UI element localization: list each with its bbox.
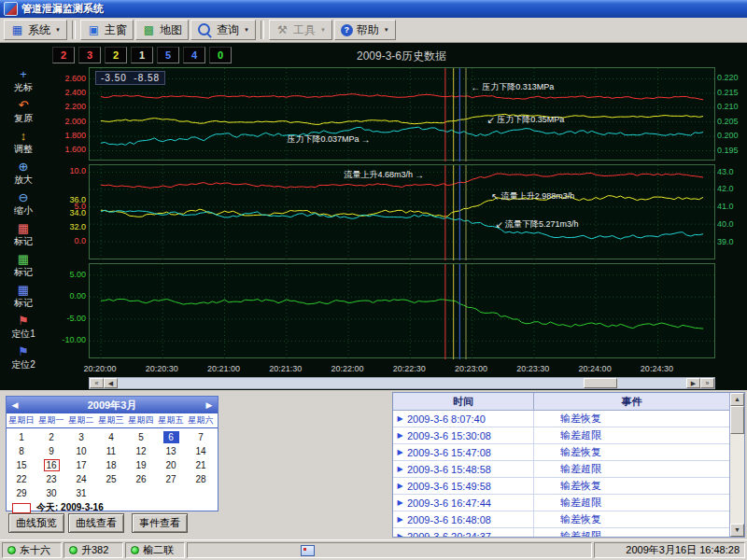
calendar-day-14[interactable]: 14	[186, 442, 216, 456]
calendar-day-1[interactable]: 1	[7, 428, 36, 442]
calendar-week-row: 293031	[7, 484, 218, 498]
calendar-day-18[interactable]: 18	[96, 456, 126, 470]
curve-preview-button[interactable]: 曲线预览	[8, 513, 64, 533]
toolbar-button-help[interactable]: ?帮助▼	[334, 20, 396, 40]
y-tick-label: 0.00	[69, 292, 86, 301]
toolbar-separator	[261, 21, 264, 39]
event-row[interactable]: ▶2009-3-6 8:07:40输差恢复	[393, 411, 729, 427]
event-row[interactable]: ▶2009-3-6 15:48:58输差超限	[393, 461, 729, 478]
calendar-day-26[interactable]: 26	[126, 470, 156, 484]
event-row[interactable]: ▶2009-3-6 16:48:08输差恢复	[393, 511, 729, 528]
toolbar-button-system[interactable]: ▦系统▼	[4, 20, 67, 40]
event-row[interactable]: ▶2009-3-6 15:47:08输差恢复	[393, 444, 729, 461]
toolbar-button-tools[interactable]: ⚒工具▼	[269, 20, 332, 40]
calendar-day-25[interactable]: 25	[96, 470, 126, 484]
calendar-day-15[interactable]: 15	[7, 456, 36, 470]
calendar-next-button[interactable]: ▶	[201, 400, 218, 410]
event-row[interactable]: ▶2009-3-6 15:30:08输差超限	[393, 427, 729, 444]
calendar-day-22[interactable]: 22	[7, 470, 36, 484]
scroll-down-icon[interactable]: ▼	[730, 524, 744, 537]
calendar-day-12[interactable]: 12	[126, 442, 156, 456]
flow-plot[interactable]: 流量上升4.68m3/h→↖流量上升2.988m3/h↙流量下降5.271m3/…	[89, 164, 715, 259]
pressure-plot[interactable]: ←压力下降0.313MPa↙压力下降0.35MPa压力下降0.037MPa→-3…	[89, 67, 715, 161]
calendar-day-23[interactable]: 23	[36, 470, 66, 484]
chart-tool-locate-1[interactable]: ⚑定位1	[0, 314, 47, 344]
toolbar-button-map[interactable]: ▩地图	[135, 20, 189, 40]
calendar-day-9[interactable]: 9	[36, 442, 66, 456]
dropdown-arrow-icon: ▼	[384, 27, 389, 33]
toolbar-button-label: 工具	[293, 22, 316, 38]
channel-indicator-7[interactable]: 0	[209, 47, 232, 63]
toolbar-button-label: 系统	[28, 22, 50, 38]
chart-tool-adjust[interactable]: ↕调整	[0, 129, 47, 160]
calendar-day-19[interactable]: 19	[126, 456, 156, 470]
scroll-left-icon[interactable]: ◀	[104, 378, 118, 388]
chart-tool-label: 放大	[14, 175, 33, 185]
scroll-up-icon[interactable]: ▲	[730, 393, 744, 406]
y-tick-label: 2.400	[64, 89, 86, 97]
event-table-scrollbar[interactable]: ▲ ▼	[729, 393, 744, 537]
calendar-day-31[interactable]: 31	[66, 484, 96, 498]
event-row[interactable]: ▶2009-3-6 16:47:44输差超限	[393, 495, 729, 511]
event-time: 2009-3-6 15:30:08	[407, 427, 534, 443]
calendar-day-13[interactable]: 13	[156, 442, 186, 456]
channel-indicator-1[interactable]: 2	[52, 47, 75, 63]
scrollbar-thumb[interactable]	[584, 378, 617, 388]
balance-plot[interactable]	[89, 263, 715, 358]
toolbar-button-main-window[interactable]: ▣主窗	[80, 20, 134, 40]
calendar-title: 2009年3月	[23, 399, 201, 413]
search-icon	[198, 23, 210, 35]
calendar-day-6[interactable]: 6	[156, 428, 186, 442]
calendar-day-11[interactable]: 11	[96, 442, 126, 456]
chart-tool-locate-2[interactable]: ⚑定位2	[0, 344, 47, 375]
chart-tool-zoom-out[interactable]: ⊖缩小	[0, 190, 47, 221]
channel-indicator-4[interactable]: 1	[131, 47, 153, 63]
channel-indicator-2[interactable]: 3	[78, 47, 101, 63]
calendar-day-2[interactable]: 2	[36, 428, 66, 442]
calendar-day-5[interactable]: 5	[126, 428, 156, 442]
channel-indicator-3[interactable]: 2	[105, 47, 127, 63]
calendar-day-8[interactable]: 8	[7, 442, 36, 456]
balance-y-axis-left: 5.000.00-5.00-10.00	[47, 263, 89, 358]
annotation-arrow-icon: ↙	[496, 219, 503, 230]
chart-tool-mark-3[interactable]: ▦标记	[0, 283, 47, 314]
scrollbar-track[interactable]	[118, 378, 686, 388]
calendar-day-16[interactable]: 16	[36, 456, 66, 470]
chart-tool-zoom-in[interactable]: ⊕放大	[0, 160, 47, 190]
event-view-button[interactable]: 事件查看	[132, 513, 188, 533]
calendar-prev-button[interactable]: ◀	[7, 400, 23, 410]
chart-tool-restore[interactable]: ↶复原	[0, 98, 47, 129]
calendar-day-10[interactable]: 10	[66, 442, 96, 456]
scroll-right-icon[interactable]: ▶	[686, 378, 700, 388]
chart-scrollbar[interactable]: « ◀ ▶ »	[89, 377, 715, 389]
station-label: 榆二联	[143, 543, 174, 557]
calendar-day-28[interactable]: 28	[186, 470, 216, 484]
calendar-day-7[interactable]: 7	[186, 428, 216, 442]
scroll-home-icon[interactable]: «	[90, 378, 104, 388]
series-pressure-yellow	[101, 114, 703, 124]
chart-tool-mark-2[interactable]: ▦标记	[0, 252, 47, 283]
calendar-day-24[interactable]: 24	[66, 470, 96, 484]
station-label: 东十六	[20, 543, 50, 557]
chart-tool-cursor[interactable]: +光标	[0, 67, 47, 98]
x-axis-label: 20:20:30	[146, 364, 178, 373]
calendar-day-20[interactable]: 20	[156, 456, 186, 470]
chart-tool-mark-1[interactable]: ▦标记	[0, 221, 47, 252]
event-row[interactable]: ▶2009-3-6 15:49:58输差恢复	[393, 478, 729, 495]
calendar-day-4[interactable]: 4	[96, 428, 126, 442]
channel-indicator-6[interactable]: 4	[183, 47, 205, 63]
calendar-day-3[interactable]: 3	[66, 428, 96, 442]
calendar-day-29[interactable]: 29	[7, 484, 36, 498]
scroll-end-icon[interactable]: »	[700, 378, 714, 388]
calendar-day-30[interactable]: 30	[36, 484, 66, 498]
curve-view-button[interactable]: 曲线查看	[68, 513, 124, 533]
flow-y-axis-left: 10.05.00.036.034.032.0	[47, 164, 89, 259]
event-row[interactable]: ▶2009-3-6 20:24:37输差超限	[393, 528, 729, 537]
calendar-day-21[interactable]: 21	[186, 456, 216, 470]
row-marker-icon: ▶	[393, 498, 407, 507]
toolbar-button-query[interactable]: 查询▼	[190, 20, 256, 40]
calendar-day-17[interactable]: 17	[66, 456, 96, 470]
calendar-day-27[interactable]: 27	[156, 470, 186, 484]
channel-indicator-5[interactable]: 5	[157, 47, 179, 63]
scrollbar-thumb[interactable]	[730, 406, 744, 434]
